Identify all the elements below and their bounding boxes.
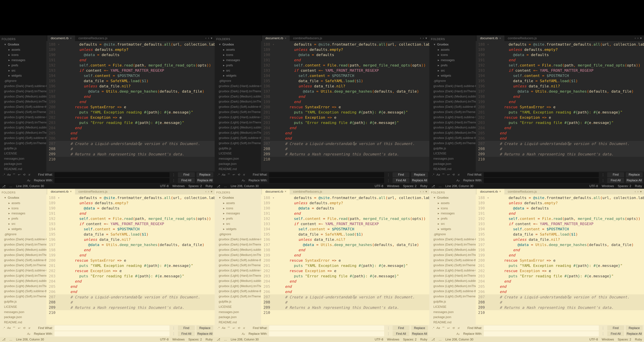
code-line[interactable]: @data = defaults: [489, 206, 644, 211]
code-line[interactable]: self.content = File.read(path, merged_fi…: [60, 63, 215, 68]
sidebar-folder[interactable]: ▸icons: [215, 206, 261, 211]
indent[interactable]: Spaces: 2: [188, 184, 202, 188]
find-option[interactable]: .*: [2, 172, 6, 177]
sidebar-file[interactable]: gruvbox (Light) (Soft).tmTheme: [0, 294, 46, 299]
branch-name[interactable]: …: [224, 184, 227, 188]
code-line[interactable]: end: [60, 94, 215, 99]
code-line[interactable]: end: [489, 211, 644, 216]
code-line[interactable]: end: [489, 247, 644, 253]
encoding[interactable]: UTF-8: [160, 338, 169, 341]
code-line[interactable]: # Create a Liquid-understandable version…: [489, 294, 644, 300]
code-line[interactable]: end: [60, 136, 215, 141]
sidebar-folder[interactable]: ▸src: [0, 68, 46, 73]
find-option[interactable]: ⤮: [242, 326, 246, 330]
cursor-pos[interactable]: Line 208, Column 30: [231, 184, 259, 188]
sidebar-folder[interactable]: ▸messages: [0, 211, 46, 216]
sidebar-file[interactable]: .gitignore: [429, 232, 476, 237]
code-line[interactable]: defaults = @site.frontmatter_defaults.al…: [60, 195, 215, 200]
code-line[interactable]: data_file = SafeYAML.load($1): [489, 78, 644, 84]
code-line[interactable]: end: [489, 284, 644, 289]
line-endings[interactable]: Windows: [602, 338, 614, 341]
find-more-icon[interactable]: ⋮: [171, 173, 176, 177]
sidebar-file[interactable]: gruvbox (Dark) (Medium).sublime-theme: [215, 247, 261, 252]
find-option[interactable]: .*: [431, 326, 435, 330]
sidebar-file[interactable]: gruvbox (Dark) (Hard).tmTheme: [0, 242, 46, 247]
replace-button[interactable]: Replace: [411, 172, 428, 177]
sidebar-file[interactable]: .gitignore: [0, 78, 46, 84]
sidebar-file[interactable]: LICENSE: [0, 304, 46, 310]
sidebar-folder[interactable]: ▸messages: [215, 58, 261, 63]
encoding[interactable]: UTF-8: [160, 184, 169, 188]
sidebar-file[interactable]: README.md: [0, 167, 46, 171]
sidebar-file[interactable]: messages.json: [215, 310, 261, 315]
code-area[interactable]: 1881891901911921931941951961971981992002…: [261, 194, 429, 325]
sidebar-file[interactable]: .gitignore: [0, 232, 46, 237]
code-body[interactable]: defaults = @site.frontmatter_defaults.al…: [489, 194, 644, 325]
find-button[interactable]: Find: [178, 172, 195, 177]
tab-inactive[interactable]: combineReducers.js: [75, 189, 111, 194]
sidebar-file[interactable]: gruvbox (Dark) (Hard).tmTheme: [215, 242, 261, 247]
code-line[interactable]: rescue SyntaxError => e: [489, 258, 644, 263]
sidebar-file[interactable]: gruvbox (Dark) (Medium).tmTheme: [215, 99, 261, 104]
find-more-icon-2[interactable]: ⋮: [600, 179, 606, 182]
code-line[interactable]: data_file = SafeYAML.load($1): [275, 232, 429, 237]
find-option[interactable]: Aa: [7, 172, 11, 177]
sidebar-folder[interactable]: ▸widgets: [215, 73, 261, 78]
find-option[interactable]: .*: [2, 326, 6, 330]
sidebar-file[interactable]: LICENSE: [215, 304, 261, 310]
sidebar-file[interactable]: README.md: [429, 320, 476, 325]
tab-arrow-down-icon[interactable]: ▾: [426, 36, 427, 40]
code-line[interactable]: defaults = @site.frontmatter_defaults.al…: [60, 42, 215, 47]
sidebar-file[interactable]: package.json: [429, 161, 476, 167]
code-line[interactable]: rescue Exception => e: [275, 268, 429, 273]
sidebar-folder[interactable]: ▸prefs: [429, 216, 476, 221]
preserve-case-option[interactable]: Aᵦ: [26, 332, 31, 336]
close-icon[interactable]: ×: [285, 36, 286, 40]
sidebar-root-folder[interactable]: ▾ Gruvbox: [429, 195, 476, 200]
code-line[interactable]: unless data_file.nil?: [489, 237, 644, 242]
find-input[interactable]: [269, 326, 384, 331]
sidebar-folder[interactable]: ▸src: [429, 68, 476, 73]
replace-all-button[interactable]: Replace All: [411, 178, 428, 183]
tab-arrow-down-icon[interactable]: ▾: [640, 190, 642, 193]
find-option[interactable]: .*: [217, 326, 220, 330]
tab-arrow-right-icon[interactable]: ›: [423, 36, 424, 40]
sidebar-file[interactable]: gulpfile.js: [0, 299, 46, 304]
code-line[interactable]: rescue SyntaxError => e: [60, 258, 215, 263]
find-button[interactable]: Find: [607, 172, 624, 177]
preserve-case-option[interactable]: Aᵦ: [456, 332, 460, 336]
find-option[interactable]: ⟲: [237, 326, 240, 330]
code-line[interactable]: #: [60, 300, 215, 305]
code-line[interactable]: end: [275, 57, 429, 63]
code-line[interactable]: #: [60, 146, 215, 152]
sidebar-file[interactable]: gruvbox (Dark) (Medium).tmTheme: [215, 252, 261, 258]
sidebar-file[interactable]: LICENSE: [429, 304, 476, 310]
sidebar-file[interactable]: gruvbox (Dark) (Medium).tmTheme: [0, 252, 46, 258]
code-line[interactable]: end: [275, 99, 429, 104]
code-line[interactable]: puts "YAML Exception reading #{path}: #{…: [275, 263, 429, 268]
find-more-icon[interactable]: ⋮: [600, 173, 606, 177]
sidebar-file[interactable]: messages.json: [429, 310, 476, 315]
syntax[interactable]: Ruby: [420, 338, 427, 341]
code-line[interactable]: end: [275, 289, 429, 294]
preserve-case-option[interactable]: Aᵦ: [241, 332, 246, 336]
find-all-button[interactable]: Find All: [178, 331, 195, 336]
code-area[interactable]: 1881891901911921931941951961971981992002…: [476, 41, 644, 171]
sidebar-folder[interactable]: ▸messages: [0, 58, 46, 63]
sidebar-folder[interactable]: ▸prefs: [215, 216, 261, 221]
replace-button[interactable]: Replace: [411, 326, 428, 331]
code-line[interactable]: end: [275, 131, 429, 136]
fold-marker[interactable]: ▾: [487, 42, 489, 47]
syntax[interactable]: Ruby: [635, 338, 642, 341]
code-line[interactable]: end: [60, 247, 215, 253]
find-input[interactable]: [484, 326, 599, 331]
sidebar-file[interactable]: gruvbox (Light) (Soft).sublime-theme: [429, 289, 476, 294]
code-line[interactable]: rescue Exception => e: [489, 115, 644, 120]
code-line[interactable]: unless defaults.empty?: [275, 200, 429, 206]
find-option[interactable]: ⟲: [237, 172, 240, 177]
sidebar-file[interactable]: messages.json: [429, 156, 476, 161]
find-option[interactable]: Aa: [7, 326, 11, 330]
tab-inactive[interactable]: combineReducers.js: [290, 189, 326, 194]
find-more-icon[interactable]: ⋮: [600, 326, 606, 330]
sidebar-file[interactable]: gruvbox (Dark) (Medium).tmTheme: [0, 99, 46, 104]
